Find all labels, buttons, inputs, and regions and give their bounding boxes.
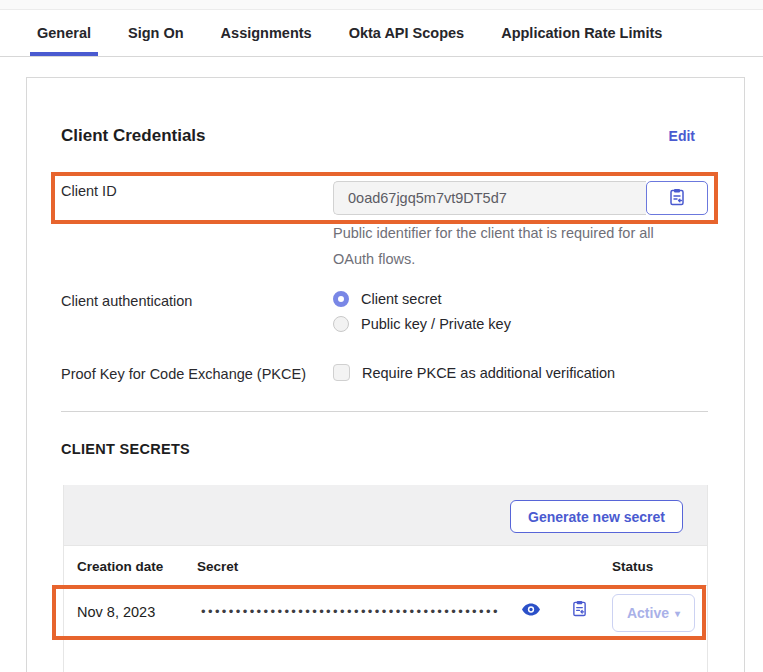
radio-client-secret-label: Client secret xyxy=(361,291,442,307)
section-title: Client Credentials xyxy=(61,126,206,146)
app-tabs: General Sign On Assignments Okta API Sco… xyxy=(37,10,763,56)
tabs-divider xyxy=(0,56,763,57)
tab-general-label: General xyxy=(37,25,91,41)
pkce-checkbox-option[interactable]: Require PKCE as additional verification xyxy=(333,364,615,381)
copy-secret-button[interactable] xyxy=(567,598,591,622)
pkce-label: Proof Key for Code Exchange (PKCE) xyxy=(61,366,306,382)
tab-sign-on-label: Sign On xyxy=(128,25,184,41)
edit-link[interactable]: Edit xyxy=(669,128,695,144)
secret-creation-date: Nov 8, 2023 xyxy=(77,604,155,620)
tab-sign-on[interactable]: Sign On xyxy=(128,10,184,56)
column-header-status: Status xyxy=(612,559,653,574)
client-secrets-title: CLIENT SECRETS xyxy=(61,441,190,457)
reveal-secret-button[interactable] xyxy=(519,600,543,622)
tab-application-rate-limits[interactable]: Application Rate Limits xyxy=(501,10,662,56)
client-id-input[interactable] xyxy=(333,181,646,215)
radio-option-public-private-key[interactable]: Public key / Private key xyxy=(333,316,511,332)
table-row: Nov 8, 2023 ••••••••••••••••••••••••••••… xyxy=(64,586,707,640)
copy-client-id-button[interactable] xyxy=(646,181,708,215)
status-dropdown[interactable]: Active ▾ xyxy=(612,594,695,632)
eye-icon xyxy=(522,603,540,619)
tab-general[interactable]: General xyxy=(37,10,91,56)
tab-assignments-label: Assignments xyxy=(221,25,312,41)
clipboard-copy-icon xyxy=(669,188,685,209)
checkbox-unchecked-icon[interactable] xyxy=(333,364,350,381)
client-id-label: Client ID xyxy=(61,183,117,199)
pkce-checkbox-label: Require PKCE as additional verification xyxy=(362,365,615,381)
generate-new-secret-button[interactable]: Generate new secret xyxy=(510,500,683,533)
tab-application-rate-limits-label: Application Rate Limits xyxy=(501,25,662,41)
column-header-creation-date: Creation date xyxy=(77,559,163,574)
radio-selected-icon[interactable] xyxy=(333,291,349,307)
clipboard-copy-icon xyxy=(572,600,587,620)
top-strip xyxy=(0,0,763,10)
chevron-down-icon: ▾ xyxy=(675,608,680,619)
client-authentication-label: Client authentication xyxy=(61,293,192,309)
column-header-secret: Secret xyxy=(197,559,238,574)
section-divider xyxy=(61,411,708,412)
status-label: Active xyxy=(627,605,669,621)
masked-secret-value: ••••••••••••••••••••••••••••••••••••••••… xyxy=(201,604,500,619)
section-header: Client Credentials Edit xyxy=(61,126,695,146)
tab-okta-api-scopes[interactable]: Okta API Scopes xyxy=(349,10,465,56)
secrets-toolbar: Generate new secret xyxy=(64,485,707,546)
client-secrets-table: Generate new secret Creation date Secret… xyxy=(63,485,708,672)
tab-okta-api-scopes-label: Okta API Scopes xyxy=(349,25,465,41)
radio-option-client-secret[interactable]: Client secret xyxy=(333,291,442,307)
client-credentials-card: Client Credentials Edit Client ID Public… xyxy=(26,77,745,672)
table-header-row: Creation date Secret Status xyxy=(64,546,707,586)
tab-assignments[interactable]: Assignments xyxy=(221,10,312,56)
client-id-help-text: Public identifier for the client that is… xyxy=(333,220,673,272)
radio-public-key-label: Public key / Private key xyxy=(361,316,511,332)
radio-unselected-icon[interactable] xyxy=(333,316,349,332)
